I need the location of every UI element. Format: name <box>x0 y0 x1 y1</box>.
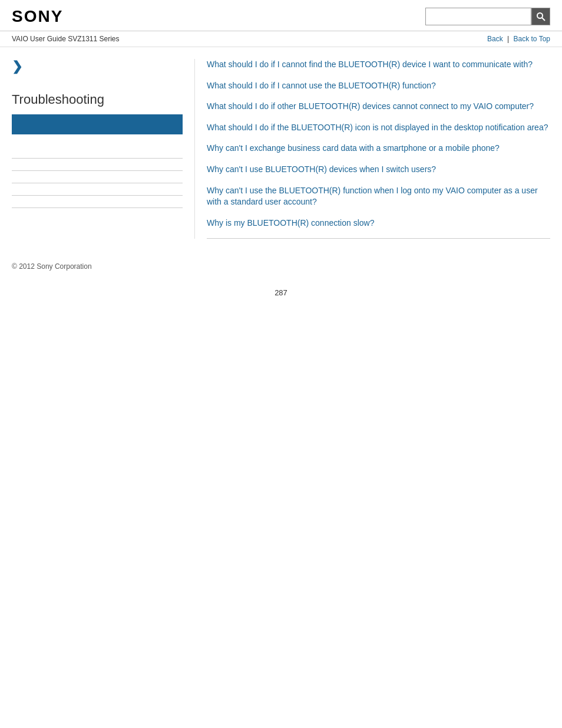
search-button[interactable] <box>531 8 550 25</box>
sony-logo: SONY <box>12 7 63 26</box>
content-link-8[interactable]: Why is my BLUETOOTH(R) connection slow? <box>207 218 374 228</box>
sidebar: ❯ Troubleshooting <box>12 59 194 239</box>
list-item <box>12 171 183 183</box>
main-content: ❯ Troubleshooting What should I do if I … <box>0 47 562 251</box>
copyright: © 2012 Sony Corporation <box>12 262 92 271</box>
list-item: What should I do if other BLUETOOTH(R) d… <box>207 101 550 113</box>
search-icon <box>536 12 546 21</box>
nav-separator: | <box>507 35 511 43</box>
list-item: Why can't I use the BLUETOOTH(R) functio… <box>207 185 550 208</box>
list-item: Why can't I exchange business card data … <box>207 143 550 154</box>
content-link-5[interactable]: Why can't I exchange business card data … <box>207 143 500 153</box>
nav-bar: VAIO User Guide SVZ1311 Series Back | Ba… <box>0 31 562 47</box>
page-number: 287 <box>0 282 562 309</box>
content-area: What should I do if I cannot find the BL… <box>194 59 550 239</box>
content-link-2[interactable]: What should I do if I cannot use the BLU… <box>207 81 436 90</box>
list-item <box>12 183 183 196</box>
sidebar-title: Troubleshooting <box>12 92 183 107</box>
content-links: What should I do if I cannot find the BL… <box>207 59 550 229</box>
search-container <box>425 8 550 25</box>
guide-title: VAIO User Guide SVZ1311 Series <box>12 35 120 43</box>
list-item <box>12 146 183 159</box>
content-link-6[interactable]: Why can't I use BLUETOOTH(R) devices whe… <box>207 164 436 174</box>
list-item <box>12 159 183 171</box>
back-to-top-link[interactable]: Back to Top <box>514 35 550 43</box>
sidebar-links <box>12 146 183 208</box>
content-link-3[interactable]: What should I do if other BLUETOOTH(R) d… <box>207 101 534 111</box>
back-link[interactable]: Back <box>487 35 503 43</box>
list-item: Why can't I use BLUETOOTH(R) devices whe… <box>207 164 550 176</box>
nav-links: Back | Back to Top <box>487 35 550 43</box>
sidebar-arrow: ❯ <box>12 59 183 74</box>
content-bottom-border <box>207 238 550 239</box>
svg-line-1 <box>542 18 545 21</box>
list-item: What should I do if the BLUETOOTH(R) ico… <box>207 122 550 134</box>
header: SONY <box>0 0 562 31</box>
sidebar-highlight <box>12 114 183 134</box>
footer: © 2012 Sony Corporation <box>0 251 562 282</box>
list-item: What should I do if I cannot use the BLU… <box>207 80 550 92</box>
content-link-1[interactable]: What should I do if I cannot find the BL… <box>207 60 533 69</box>
list-item <box>12 196 183 208</box>
search-input[interactable] <box>425 8 531 25</box>
list-item: What should I do if I cannot find the BL… <box>207 59 550 71</box>
svg-point-0 <box>537 13 543 18</box>
list-item: Why is my BLUETOOTH(R) connection slow? <box>207 218 550 229</box>
content-link-7[interactable]: Why can't I use the BLUETOOTH(R) functio… <box>207 186 538 207</box>
content-link-4[interactable]: What should I do if the BLUETOOTH(R) ico… <box>207 123 548 132</box>
